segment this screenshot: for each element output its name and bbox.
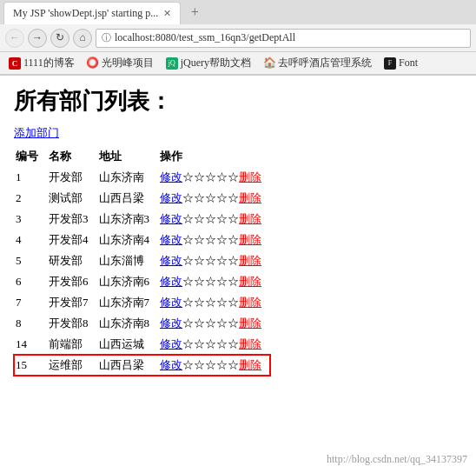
stars: ☆☆☆☆☆ bbox=[182, 337, 239, 350]
delete-link[interactable]: 删除 bbox=[239, 316, 261, 330]
cell-action: 修改☆☆☆☆☆删除 bbox=[158, 292, 270, 313]
table-row: 4开发部4山东济南4修改☆☆☆☆☆删除 bbox=[14, 230, 270, 250]
cell-action: 修改☆☆☆☆☆删除 bbox=[158, 188, 270, 209]
edit-link[interactable]: 修改 bbox=[160, 212, 182, 225]
delete-link[interactable]: 删除 bbox=[239, 254, 261, 267]
forward-button[interactable]: → bbox=[28, 29, 47, 48]
edit-link[interactable]: 修改 bbox=[160, 233, 182, 246]
table-row: 5研发部山东淄博修改☆☆☆☆☆删除 bbox=[14, 250, 270, 271]
bookmark-jquery-label: jQuery帮助文档 bbox=[181, 56, 251, 70]
refresh-button[interactable]: ↻ bbox=[50, 29, 69, 48]
cell-id: 15 bbox=[14, 355, 47, 376]
cell-action: 修改☆☆☆☆☆删除 bbox=[158, 209, 270, 230]
stars: ☆☆☆☆☆ bbox=[182, 212, 239, 225]
delete-link[interactable]: 删除 bbox=[239, 170, 261, 183]
cell-name: 运维部 bbox=[47, 355, 97, 376]
edit-link[interactable]: 修改 bbox=[160, 275, 182, 288]
bookmark-font[interactable]: F Font bbox=[379, 55, 423, 71]
cell-action: 修改☆☆☆☆☆删除 bbox=[158, 230, 270, 250]
cell-name: 开发部7 bbox=[47, 292, 97, 313]
bookmark-hotel[interactable]: 🏠 去呼呼酒店管理系统 bbox=[258, 54, 377, 72]
cell-address: 山东淄博 bbox=[97, 250, 159, 271]
cell-name: 测试部 bbox=[47, 188, 97, 209]
cell-id: 6 bbox=[14, 271, 47, 292]
stars: ☆☆☆☆☆ bbox=[182, 233, 239, 246]
table-row: 7开发部7山东济南7修改☆☆☆☆☆删除 bbox=[14, 292, 270, 313]
delete-link[interactable]: 删除 bbox=[239, 233, 261, 246]
cell-address: 山西吕梁 bbox=[97, 355, 159, 376]
bookmark-hotel-icon: 🏠 bbox=[263, 57, 275, 70]
cell-address: 山西吕梁 bbox=[97, 188, 159, 209]
watermark: http://blog.csdn.net/qq_34137397 bbox=[327, 453, 467, 466]
nav-bar: ← → ↻ ⌂ ⓘ localhost:8080/test_ssm_16qn3/… bbox=[0, 24, 476, 52]
edit-link[interactable]: 修改 bbox=[160, 296, 182, 309]
stars: ☆☆☆☆☆ bbox=[182, 191, 239, 204]
edit-link[interactable]: 修改 bbox=[160, 254, 182, 267]
bookmark-guangming-label: 光明峰项目 bbox=[102, 56, 154, 70]
cell-action: 修改☆☆☆☆☆删除 bbox=[158, 334, 270, 355]
home-button[interactable]: ⌂ bbox=[73, 29, 92, 48]
delete-link[interactable]: 删除 bbox=[239, 337, 261, 350]
delete-link[interactable]: 删除 bbox=[239, 275, 261, 288]
stars: ☆☆☆☆☆ bbox=[182, 275, 239, 288]
bookmark-font-icon: F bbox=[384, 57, 396, 70]
new-tab-button[interactable]: + bbox=[184, 2, 205, 23]
edit-link[interactable]: 修改 bbox=[160, 170, 182, 183]
stars: ☆☆☆☆☆ bbox=[182, 358, 239, 371]
cell-address: 山东济南3 bbox=[97, 209, 159, 230]
cell-name: 开发部8 bbox=[47, 313, 97, 334]
tab-title: My JSP 'showDept.jsp' starting p... bbox=[13, 7, 158, 20]
table-row: 8开发部8山东济南8修改☆☆☆☆☆删除 bbox=[14, 313, 270, 334]
cell-name: 开发部6 bbox=[47, 271, 97, 292]
edit-link[interactable]: 修改 bbox=[160, 191, 182, 204]
address-bar[interactable]: ⓘ localhost:8080/test_ssm_16qn3/getDeptA… bbox=[96, 29, 471, 48]
bookmark-blog[interactable]: C 1111的博客 bbox=[3, 54, 80, 72]
cell-id: 8 bbox=[14, 313, 47, 334]
cell-id: 14 bbox=[14, 334, 47, 355]
table-row: 3开发部3山东济南3修改☆☆☆☆☆删除 bbox=[14, 209, 270, 230]
cell-name: 前端部 bbox=[47, 334, 97, 355]
cell-name: 开发部 bbox=[47, 167, 97, 188]
bookmark-hotel-label: 去呼呼酒店管理系统 bbox=[278, 56, 372, 70]
delete-link[interactable]: 删除 bbox=[239, 296, 261, 309]
tab-bar: My JSP 'showDept.jsp' starting p... ✕ + bbox=[0, 0, 476, 24]
cell-address: 山东济南4 bbox=[97, 230, 159, 250]
table-row: 6开发部6山东济南6修改☆☆☆☆☆删除 bbox=[14, 271, 270, 292]
cell-id: 7 bbox=[14, 292, 47, 313]
bookmark-guangming-icon: ⭕ bbox=[87, 57, 99, 70]
col-header-address: 地址 bbox=[97, 146, 159, 167]
bookmark-jquery[interactable]: jQ jQuery帮助文档 bbox=[161, 54, 256, 72]
table-row: 15运维部山西吕梁修改☆☆☆☆☆删除 bbox=[14, 355, 270, 376]
active-tab[interactable]: My JSP 'showDept.jsp' starting p... ✕ bbox=[3, 2, 181, 24]
page-content: 所有部门列表： 添加部门 编号 名称 地址 操作 1开发部山东济南修改☆☆☆☆☆… bbox=[0, 76, 476, 386]
back-button[interactable]: ← bbox=[5, 29, 24, 48]
add-dept-link[interactable]: 添加部门 bbox=[14, 125, 462, 141]
edit-link[interactable]: 修改 bbox=[160, 316, 182, 330]
delete-link[interactable]: 删除 bbox=[239, 358, 261, 371]
tab-close-button[interactable]: ✕ bbox=[163, 8, 171, 19]
cell-action: 修改☆☆☆☆☆删除 bbox=[158, 313, 270, 334]
cell-action: 修改☆☆☆☆☆删除 bbox=[158, 355, 270, 376]
edit-link[interactable]: 修改 bbox=[160, 358, 182, 371]
delete-link[interactable]: 删除 bbox=[239, 212, 261, 225]
bookmark-blog-label: 1111的博客 bbox=[23, 56, 75, 70]
cell-action: 修改☆☆☆☆☆删除 bbox=[158, 167, 270, 188]
lock-icon: ⓘ bbox=[102, 31, 111, 44]
delete-link[interactable]: 删除 bbox=[239, 191, 261, 204]
page-title: 所有部门列表： bbox=[14, 86, 462, 117]
col-header-action: 操作 bbox=[158, 146, 270, 167]
browser-chrome: My JSP 'showDept.jsp' starting p... ✕ + … bbox=[0, 0, 476, 76]
table-row: 2测试部山西吕梁修改☆☆☆☆☆删除 bbox=[14, 188, 270, 209]
edit-link[interactable]: 修改 bbox=[160, 337, 182, 350]
cell-name: 研发部 bbox=[47, 250, 97, 271]
cell-address: 山东济南 bbox=[97, 167, 159, 188]
stars: ☆☆☆☆☆ bbox=[182, 316, 239, 330]
stars: ☆☆☆☆☆ bbox=[182, 296, 239, 309]
bookmark-jquery-icon: jQ bbox=[166, 57, 178, 70]
stars: ☆☆☆☆☆ bbox=[182, 254, 239, 267]
cell-id: 4 bbox=[14, 230, 47, 250]
cell-address: 山东济南7 bbox=[97, 292, 159, 313]
col-header-name: 名称 bbox=[47, 146, 97, 167]
cell-id: 2 bbox=[14, 188, 47, 209]
bookmark-guangming[interactable]: ⭕ 光明峰项目 bbox=[82, 54, 159, 72]
